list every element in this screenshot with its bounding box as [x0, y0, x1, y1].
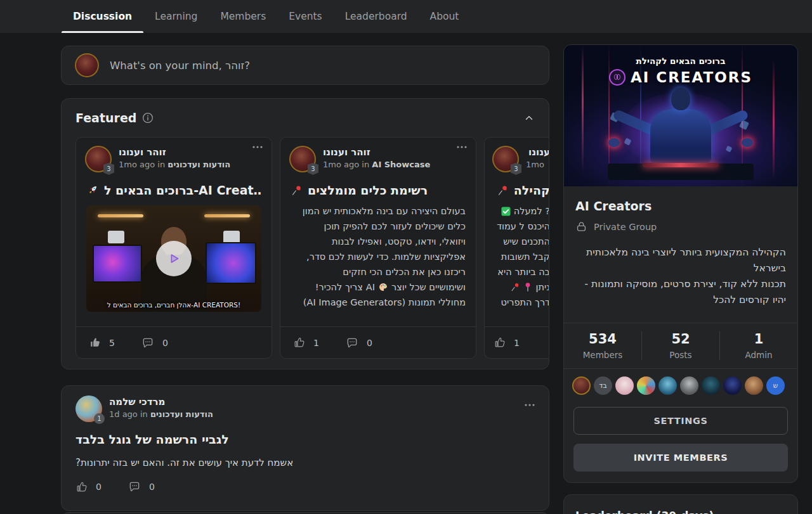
group-card: ברוכים הבאים לקהילת AI CREATORS AI Creat…: [563, 44, 798, 483]
more-menu-icon[interactable]: [457, 146, 467, 148]
member-avatars: בד ש: [564, 369, 797, 396]
studio-light: [204, 214, 250, 217]
level-badge: 1: [94, 413, 105, 424]
leaderboard-title: Leaderboard (30-days): [575, 510, 786, 514]
card-header: 1 מרדכי שלמה 1d ago in הודעות ועדכונים: [75, 395, 535, 422]
leaderboard-card: Leaderboard (30-days): [563, 494, 798, 514]
avatar[interactable]: 3: [492, 146, 519, 172]
like-count: 1: [313, 338, 319, 348]
member-avatar[interactable]: [615, 376, 634, 395]
tab-learning[interactable]: Learning: [143, 0, 209, 33]
group-cover-image[interactable]: ברוכים הבאים לקהילת AI CREATORS: [564, 45, 797, 186]
featured-card-community-rules[interactable]: 3 ענונו 1mo קהילה: [484, 137, 549, 359]
like-count: 1: [514, 338, 520, 348]
card-footer: 1: [485, 326, 549, 358]
post-composer[interactable]: What's on your mind, זוהר?: [61, 46, 549, 85]
avatar[interactable]: 3: [289, 146, 316, 172]
tab-leaderboard[interactable]: Leaderboard: [334, 0, 419, 33]
member-avatar[interactable]: [680, 376, 698, 395]
like-button[interactable]: 1: [494, 337, 520, 349]
member-avatar[interactable]: בד: [594, 376, 612, 395]
round-pin-icon: [523, 282, 532, 292]
comment-button[interactable]: 0: [128, 480, 155, 493]
card-footer: 0 0: [75, 480, 535, 493]
post-category[interactable]: הודעות ועדכונים: [150, 409, 213, 419]
member-avatar[interactable]: [745, 376, 763, 395]
member-avatar[interactable]: [572, 376, 591, 395]
settings-button[interactable]: SETTINGS: [573, 407, 788, 435]
invite-members-button[interactable]: INVITE MEMBERS: [573, 444, 788, 472]
privacy-label: Private Group: [594, 222, 657, 232]
level-badge: 3: [308, 163, 318, 175]
group-privacy: Private Group: [575, 221, 786, 233]
featured-card-welcome[interactable]: 3 זוהר וענונו 1mo ago in הודעות ועדכונים…: [75, 137, 272, 359]
author-name[interactable]: ענונו: [526, 146, 549, 158]
post-category[interactable]: הודעות ועדכונים: [167, 160, 230, 169]
brain-logo-icon: [609, 69, 625, 86]
post-title[interactable]: לגביי הרשמה של גוגל בלבד: [75, 432, 535, 446]
like-button[interactable]: 5: [89, 337, 115, 349]
member-avatar[interactable]: [723, 376, 742, 395]
member-avatar[interactable]: [702, 376, 720, 395]
post-body: למעלה ? היכנס ל עמוד התכנים שיש קבל תשוב…: [488, 203, 549, 310]
featured-card-tools[interactable]: 3 זוהר וענונו 1mo ago in AI Showcase רשי…: [280, 137, 476, 359]
post-body: בעולם היצירה עם בינה מלאכותית יש המון כל…: [291, 203, 466, 310]
post-google-signup[interactable]: 1 מרדכי שלמה 1d ago in הודעות ועדכונים ל…: [61, 385, 549, 511]
stat-admins[interactable]: 1 Admin: [719, 331, 797, 360]
author-name[interactable]: זוהר וענונו: [323, 146, 430, 158]
top-nav: Discussion Learning Members Events Leade…: [0, 0, 812, 33]
banner-welcome-text: ברוכים הבאים לקהילת: [564, 56, 797, 66]
member-avatar[interactable]: [637, 376, 655, 395]
card-header: 3 זוהר וענונו 1mo ago in AI Showcase: [280, 138, 476, 172]
info-icon[interactable]: [142, 112, 154, 124]
like-count: 0: [96, 482, 102, 492]
comment-button[interactable]: 0: [346, 337, 372, 349]
studio-light: [98, 214, 143, 217]
chevron-up-icon[interactable]: [523, 112, 535, 124]
tab-events[interactable]: Events: [277, 0, 333, 33]
group-description: הקהילה המקצועית ביותר ליוצרי בינה מלאכות…: [575, 245, 786, 308]
monitor-left: [93, 245, 142, 283]
banner-brand: AI CREATORS: [564, 69, 797, 86]
video-thumbnail[interactable]: אהלן חברים, ברוכים הבאים ל-AI CREATORS!: [86, 205, 261, 312]
tab-members[interactable]: Members: [209, 0, 277, 33]
like-button[interactable]: 1: [293, 337, 319, 349]
speaker: [108, 231, 124, 243]
post-title[interactable]: קהילה: [488, 183, 549, 197]
member-avatar[interactable]: [658, 376, 677, 395]
like-count: 5: [109, 338, 115, 348]
pushpin-icon: [510, 282, 520, 292]
pushpin-icon: [497, 184, 509, 196]
comment-button[interactable]: 0: [141, 337, 168, 349]
featured-section: Featured 3 זוהר וענונו 1mo ago in הודעות…: [61, 98, 549, 369]
like-button[interactable]: 0: [75, 481, 102, 493]
author-name[interactable]: זוהר וענונו: [119, 146, 230, 158]
post-category[interactable]: AI Showcase: [372, 160, 430, 169]
tab-about[interactable]: About: [419, 0, 471, 33]
level-badge: 3: [511, 163, 521, 175]
post-title[interactable]: רשימת כלים מומלצים: [291, 183, 466, 197]
post-time: 1mo ago in: [119, 160, 165, 169]
more-menu-icon[interactable]: [252, 146, 263, 148]
author-name[interactable]: מרדכי שלמה: [109, 395, 213, 408]
more-menu-icon[interactable]: [525, 404, 535, 406]
tab-discussion[interactable]: Discussion: [62, 0, 143, 33]
lock-icon: [575, 221, 587, 233]
video-caption: אהלן חברים, ברוכים הבאים ל-AI CREATORS!: [86, 301, 261, 309]
palette-icon: [378, 282, 388, 292]
play-button-icon[interactable]: [156, 241, 192, 276]
member-avatar[interactable]: ש: [766, 376, 785, 395]
comment-count: 0: [162, 338, 168, 348]
featured-carousel[interactable]: 3 זוהר וענונו 1mo ago in הודעות ועדכונים…: [75, 137, 549, 359]
pushpin-icon: [291, 184, 303, 196]
avatar[interactable]: 3: [85, 146, 112, 172]
banner-figure: [605, 85, 757, 180]
sidebar: ברוכים הבאים לקהילת AI CREATORS AI Creat…: [563, 44, 798, 514]
composer-prompt[interactable]: What's on your mind, זוהר?: [110, 60, 250, 72]
avatar[interactable]: 1: [75, 395, 102, 422]
stat-members[interactable]: 534 Members: [564, 331, 641, 360]
post-title[interactable]: ברוכים הבאים ל-AI Creat…: [86, 183, 261, 197]
group-name: AI Creators: [575, 199, 786, 213]
stat-posts[interactable]: 52 Posts: [641, 331, 719, 360]
post-time: 1d ago in: [109, 409, 148, 419]
